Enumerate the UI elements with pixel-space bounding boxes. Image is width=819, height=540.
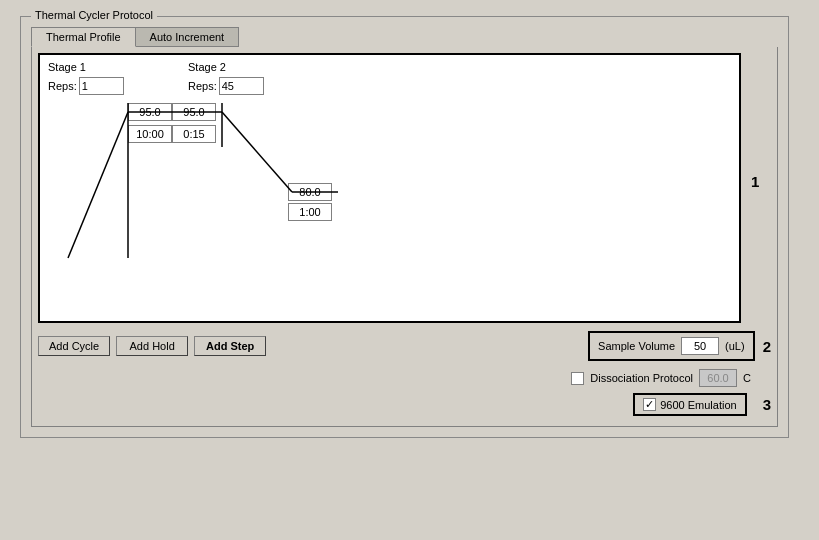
stage1-reps-label: Reps:: [48, 80, 77, 92]
emulation-checkbox[interactable]: ✓: [643, 398, 656, 411]
add-step-button[interactable]: Add Step: [194, 336, 266, 356]
label-number-2: 2: [763, 338, 771, 355]
emulation-label: 9600 Emulation: [660, 399, 736, 411]
profile-graph-svg: [48, 103, 731, 283]
panel-title: Thermal Cycler Protocol: [31, 9, 157, 21]
dissociation-checkbox[interactable]: [571, 372, 584, 385]
svg-line-6: [68, 112, 128, 258]
sample-volume-label: Sample Volume: [598, 340, 675, 352]
add-hold-button[interactable]: Add Hold: [116, 336, 188, 356]
svg-line-4: [222, 112, 292, 192]
stage2-reps-label: Reps:: [188, 80, 217, 92]
stage1-label: Stage 1: [48, 61, 86, 73]
stage2-reps-input[interactable]: [219, 77, 264, 95]
label-number-1: 1: [751, 173, 759, 190]
label-number-3: 3: [763, 396, 771, 413]
sample-volume-unit: (uL): [725, 340, 745, 352]
stage2-label: Stage 2: [188, 61, 226, 73]
dissociation-label: Dissociation Protocol: [590, 372, 693, 384]
dissociation-input[interactable]: [699, 369, 737, 387]
sample-volume-input[interactable]: [681, 337, 719, 355]
tab-thermal-profile[interactable]: Thermal Profile: [31, 27, 136, 47]
dissociation-unit: C: [743, 372, 751, 384]
add-cycle-button[interactable]: Add Cycle: [38, 336, 110, 356]
stage1-reps-input[interactable]: [79, 77, 124, 95]
tab-auto-increment[interactable]: Auto Increment: [136, 27, 240, 47]
